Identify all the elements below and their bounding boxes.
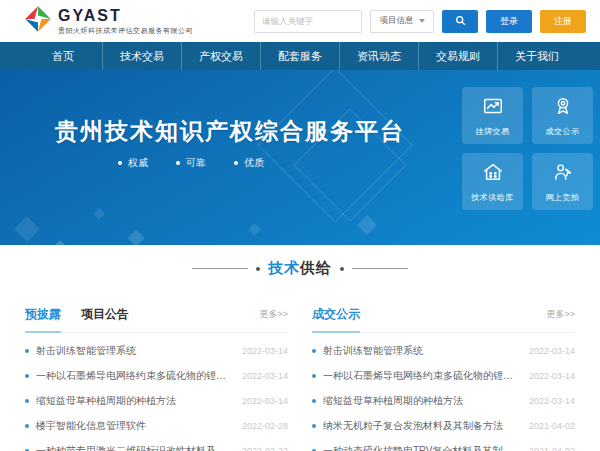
item-date: 2021-04-02	[529, 421, 575, 431]
list-item[interactable]: 射击训练智能管理系统 2022-03-14	[312, 344, 575, 358]
item-title[interactable]: 一种以石墨烯导电网络约束多硫化物的锂硫电...	[36, 369, 232, 383]
bullet-dot-icon	[312, 349, 316, 353]
hero-features: 权威 可靠 优质	[118, 156, 264, 170]
section-title-rest: 供给	[300, 259, 332, 276]
item-date: 2022-03-14	[529, 346, 575, 356]
feature-label: 权威	[128, 156, 148, 170]
nav-item-rules[interactable]: 交易规则	[418, 42, 497, 70]
register-button[interactable]: 注册	[540, 10, 586, 33]
card-listed-trading[interactable]: 挂牌交易	[462, 87, 523, 144]
left-tab-row: 预披露 项目公告 更多>>	[25, 306, 288, 333]
right-tab-row: 成交公示 更多>>	[312, 306, 575, 333]
hero-banner: 贵州技术知识产权综合服务平台 权威 可靠 优质 挂牌交易	[0, 70, 600, 245]
item-date: 2021-04-02	[529, 446, 575, 451]
bullet-dot-icon	[176, 161, 180, 165]
right-list: 射击训练智能管理系统 2022-03-14 一种以石墨烯导电网络约束多硫化物的锂…	[312, 344, 575, 451]
item-date: 2022-02-22	[242, 446, 288, 451]
search-icon	[454, 14, 467, 29]
feature-label: 可靠	[186, 156, 206, 170]
item-title[interactable]: 射击训练智能管理系统	[323, 344, 519, 358]
item-date: 2022-03-14	[529, 396, 575, 406]
list-item[interactable]: 一种以石墨烯导电网络约束多硫化物的锂硫电... 2022-03-14	[25, 369, 288, 383]
chart-icon	[482, 95, 504, 121]
hero-quick-links: 挂牌交易 成交公示	[462, 87, 593, 210]
card-online-auction[interactable]: 网上竞拍	[532, 153, 593, 210]
chevron-down-icon	[419, 19, 425, 23]
search-category-value: 项目信息	[380, 15, 414, 27]
diamond-decoration	[53, 240, 67, 245]
tech-supply-section: 技术供给 预披露 项目公告 更多>> 射击训练智能管理系统 2022-03-14…	[0, 245, 600, 451]
site-logo[interactable]: GYAST 贵阳火炬科技成果评估交易服务有限公司	[24, 5, 193, 37]
card-deal-announcement[interactable]: 成交公示	[532, 87, 593, 144]
title-dot-left	[256, 267, 260, 271]
bullet-dot-icon	[234, 161, 238, 165]
brand-name: GYAST	[58, 7, 193, 25]
item-title[interactable]: 射击训练智能管理系统	[36, 344, 232, 358]
list-item[interactable]: 一种种苗专用激光二维码标识改性材料及制备... 2022-02-22	[25, 444, 288, 451]
card-label: 技术供给库	[471, 192, 514, 203]
bullet-dot-icon	[25, 349, 29, 353]
card-label: 成交公示	[546, 126, 580, 137]
card-label: 网上竞拍	[546, 192, 580, 203]
item-title[interactable]: 纳米无机粒子复合发泡材料及其制备方法	[323, 419, 519, 433]
item-date: 2022-03-14	[529, 371, 575, 381]
item-title[interactable]: 一种种苗专用激光二维码标识改性材料及制备...	[36, 444, 232, 451]
item-date: 2022-03-14	[242, 371, 288, 381]
list-item[interactable]: 一种动态硫化抗静电TPV复合材料及其制备... 2021-04-02	[312, 444, 575, 451]
bullet-dot-icon	[118, 161, 122, 165]
bullet-dot-icon	[25, 424, 29, 428]
nav-item-property-trade[interactable]: 产权交易	[181, 42, 260, 70]
tab-deal-announcement[interactable]: 成交公示	[312, 306, 360, 332]
diamond-decoration	[14, 216, 39, 241]
medal-icon	[552, 95, 574, 121]
warehouse-icon	[482, 161, 504, 187]
diamond-decoration	[93, 208, 104, 219]
item-title[interactable]: 缩短益母草种植周期的种植方法	[323, 394, 519, 408]
deal-announcement-panel: 成交公示 更多>> 射击训练智能管理系统 2022-03-14 一种以石墨烯导电…	[312, 306, 575, 451]
nav-item-news[interactable]: 资讯动态	[339, 42, 418, 70]
auction-icon	[552, 161, 574, 187]
right-more-link[interactable]: 更多>>	[546, 308, 575, 330]
bullet-dot-icon	[25, 399, 29, 403]
header-actions: 项目信息 登录 注册	[254, 10, 586, 33]
search-category-select[interactable]: 项目信息	[370, 10, 434, 33]
list-item[interactable]: 楼宇智能化信息管理软件 2022-02-28	[25, 419, 288, 433]
nav-item-about[interactable]: 关于我们	[497, 42, 576, 70]
nav-item-tech-trade[interactable]: 技术交易	[102, 42, 181, 70]
item-title[interactable]: 一种以石墨烯导电网络约束多硫化物的锂硫电...	[323, 369, 519, 383]
login-button[interactable]: 登录	[486, 10, 532, 33]
card-label: 挂牌交易	[476, 126, 510, 137]
nav-item-services[interactable]: 配套服务	[260, 42, 339, 70]
top-header: GYAST 贵阳火炬科技成果评估交易服务有限公司 项目信息 登录 注册	[0, 0, 600, 42]
section-title: 技术供给	[0, 259, 600, 278]
title-line-right	[352, 268, 408, 269]
list-item[interactable]: 一种以石墨烯导电网络约束多硫化物的锂硫电... 2022-03-14	[312, 369, 575, 383]
bullet-dot-icon	[25, 374, 29, 378]
list-item[interactable]: 纳米无机粒子复合发泡材料及其制备方法 2021-04-02	[312, 419, 575, 433]
search-input[interactable]	[254, 10, 362, 33]
pre-disclosure-panel: 预披露 项目公告 更多>> 射击训练智能管理系统 2022-03-14 一种以石…	[25, 306, 288, 451]
left-more-link[interactable]: 更多>>	[259, 308, 288, 330]
item-title[interactable]: 楼宇智能化信息管理软件	[36, 419, 232, 433]
tab-project-notice[interactable]: 项目公告	[81, 306, 129, 332]
pinwheel-logo-icon	[24, 5, 52, 37]
main-nav: 首页 技术交易 产权交易 配套服务 资讯动态 交易规则 关于我们	[0, 42, 600, 70]
bullet-dot-icon	[312, 374, 316, 378]
card-tech-supply-library[interactable]: 技术供给库	[462, 153, 523, 210]
title-line-left	[192, 268, 248, 269]
company-name: 贵阳火炬科技成果评估交易服务有限公司	[58, 27, 193, 35]
list-item[interactable]: 缩短益母草种植周期的种植方法 2022-03-14	[25, 394, 288, 408]
search-button[interactable]	[442, 10, 478, 33]
left-list: 射击训练智能管理系统 2022-03-14 一种以石墨烯导电网络约束多硫化物的锂…	[25, 344, 288, 451]
item-title[interactable]: 一种动态硫化抗静电TPV复合材料及其制备...	[323, 444, 519, 451]
nav-item-home[interactable]: 首页	[24, 42, 102, 70]
tab-pre-disclosure[interactable]: 预披露	[25, 306, 61, 332]
hero-title: 贵州技术知识产权综合服务平台	[55, 116, 405, 147]
list-item[interactable]: 射击训练智能管理系统 2022-03-14	[25, 344, 288, 358]
list-item[interactable]: 缩短益母草种植周期的种植方法 2022-03-14	[312, 394, 575, 408]
item-date: 2022-03-14	[242, 396, 288, 406]
title-dot-right	[340, 267, 344, 271]
item-title[interactable]: 缩短益母草种植周期的种植方法	[36, 394, 232, 408]
diamond-decoration	[248, 223, 261, 236]
item-date: 2022-03-14	[242, 346, 288, 356]
